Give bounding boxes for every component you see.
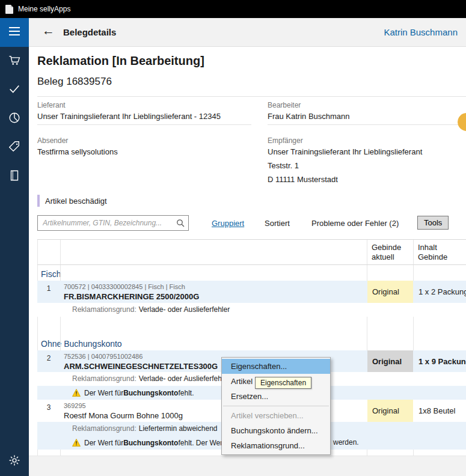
bearbeiter-label: Bearbeiter [268, 101, 301, 109]
menu-item-reklamationsgrund[interactable]: Reklamationsgrund... [222, 438, 330, 453]
tools-button[interactable]: Tools [417, 216, 449, 230]
sidebar-item-catalog[interactable] [0, 162, 29, 191]
sidebar-item-tasks[interactable] [0, 76, 29, 105]
row-number: 1 [37, 284, 60, 293]
note-color-bar [37, 195, 40, 207]
bearbeiter-value: Frau Katrin Buschmann [268, 112, 350, 121]
divider [37, 124, 251, 125]
menu-icon [9, 27, 20, 38]
book-icon [8, 169, 21, 185]
filter-gruppiert[interactable]: Gruppiert [212, 219, 244, 228]
note-artikel-beschaedigt: Artikel beschädigt [37, 195, 107, 207]
empfaenger-line: Unser Trainingslieferant Ihr Lieblingsli… [268, 147, 422, 156]
user-link[interactable]: Katrin Buschmann [384, 27, 458, 37]
app-icon [5, 5, 13, 14]
search-icon[interactable] [176, 219, 185, 230]
page-header: ← Belegdetails Katrin Buschmann [29, 18, 466, 47]
reason-row: Reklamationsgrund:Verlade- oder Ausliefe… [37, 303, 466, 317]
footer-bar [29, 456, 466, 476]
note-text: Artikel beschädigt [45, 197, 107, 206]
empfaenger-line: D 11111 Musterstadt [268, 175, 338, 184]
lieferant-value: Unser Trainingslieferant Ihr Lieblingsli… [37, 112, 221, 121]
app-window: Meine sellyApps [0, 0, 466, 476]
article-row[interactable]: 1 700572 | 04033300002845 | Fisch | Fisc… [37, 281, 466, 303]
filter-probleme-oder-fehler[interactable]: Probleme oder Fehler (2) [311, 219, 399, 228]
back-button[interactable]: ← [42, 23, 55, 38]
warning-text-tail: werden. [333, 436, 359, 450]
menu-item-eigenschaften[interactable]: Eigenschaften... [222, 359, 330, 374]
sidebar-item-cart[interactable] [0, 47, 29, 76]
lieferant-label: Lieferant [37, 101, 66, 109]
inhalt-cell: 1 x 2 Packungen [414, 281, 466, 303]
hamburger-button[interactable] [0, 18, 29, 47]
spacer [37, 317, 466, 336]
sidebar [0, 18, 29, 476]
column-header-inhalt-gebinde: Inhalt Gebinde [418, 243, 447, 262]
check-icon [8, 82, 21, 98]
document-number: Beleg 16839576 [37, 76, 112, 88]
document-title: Reklamation [In Bearbeitung] [37, 54, 204, 68]
filter-sortiert[interactable]: Sortiert [265, 219, 290, 228]
avatar[interactable] [458, 113, 466, 131]
absender-value: Testfirma sellysolutions [37, 147, 118, 156]
menu-item-ersetzen[interactable]: Ersetzen... [222, 389, 330, 404]
absender-label: Absender [37, 136, 68, 145]
tooltip: Eigenschaften [255, 377, 311, 389]
group-header-ohne-buchungskonto: Ohne Buchungskonto [37, 336, 466, 350]
gebinde-cell: Original [367, 281, 413, 303]
sidebar-item-labels[interactable] [0, 133, 29, 162]
gear-icon [8, 454, 21, 469]
row-number: 2 [37, 354, 60, 362]
warning-icon [72, 439, 81, 447]
pie-chart-icon [8, 111, 21, 127]
tag-icon [8, 140, 21, 156]
article-meta: 700572 | 04033300002845 | Fisch | Fisch [64, 282, 366, 291]
divider [268, 124, 466, 125]
divider [37, 96, 466, 97]
cart-icon [8, 53, 21, 69]
search-box [37, 215, 189, 231]
group-header-fisch: Fisch [37, 265, 466, 281]
app-title: Meine sellyApps [18, 5, 70, 13]
page-title: Belegdetails [63, 27, 116, 37]
menu-item-artikel-verschieben: Artikel verschieben... [222, 408, 330, 423]
row-number: 3 [37, 403, 60, 412]
empfaenger-label: Empfänger [268, 136, 303, 145]
article-title: FR.BISMARCKHERINGE 2500/2000G [64, 291, 366, 302]
inhalt-cell: 1x8 Beutel [414, 400, 466, 422]
sidebar-item-statistics[interactable] [0, 105, 29, 133]
titlebar: Meine sellyApps [0, 0, 466, 18]
column-header-gebinde-aktuell: Gebinde aktuell [372, 243, 401, 262]
menu-item-buchungskonto-aendern[interactable]: Buchungskonto ändern... [222, 423, 330, 438]
gebinde-cell: Original [367, 350, 413, 372]
menu-separator [223, 406, 329, 406]
warning-icon [72, 389, 81, 397]
sidebar-item-settings[interactable] [0, 447, 29, 476]
inhalt-cell: 1 x 9 Packungen [414, 350, 466, 372]
context-menu: Eigenschaften... Artikel Ersetzen... Art… [221, 357, 331, 455]
empfaenger-line: Teststr. 1 [268, 161, 299, 170]
table-header: Gebinde aktuell Inhalt Gebinde [37, 240, 466, 265]
gebinde-cell: Original [367, 400, 413, 422]
search-input[interactable] [37, 215, 189, 231]
